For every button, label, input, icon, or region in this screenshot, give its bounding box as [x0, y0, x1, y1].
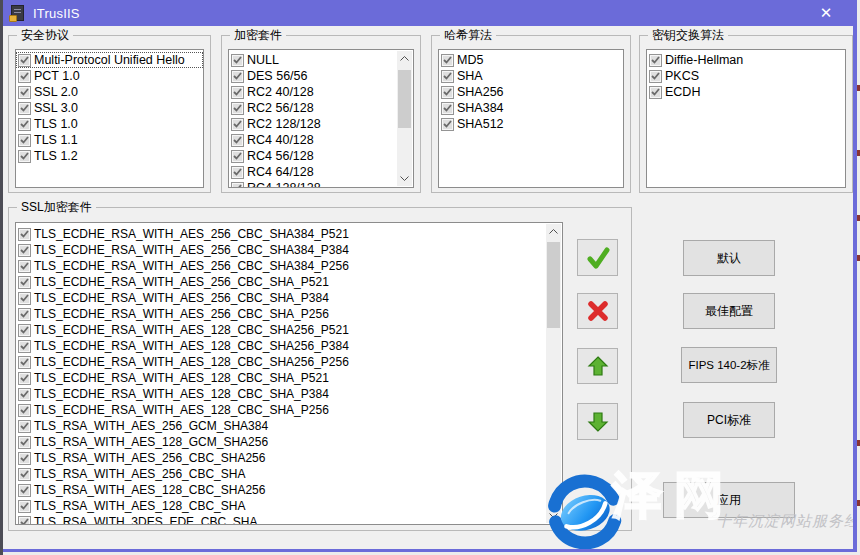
scroll-track[interactable]	[397, 66, 412, 171]
checkbox-checked-icon[interactable]	[231, 118, 244, 131]
list-item[interactable]: TLS_RSA_WITH_AES_256_GCM_SHA384	[16, 418, 562, 434]
list-item[interactable]: RC4 56/128	[229, 148, 413, 164]
checkbox-checked-icon[interactable]	[649, 70, 662, 83]
checkbox-checked-icon[interactable]	[18, 102, 31, 115]
checkbox-checked-icon[interactable]	[441, 102, 454, 115]
scroll-down-icon[interactable]	[546, 508, 561, 523]
checkbox-checked-icon[interactable]	[18, 452, 31, 465]
checkbox-checked-icon[interactable]	[18, 260, 31, 273]
list-item[interactable]: TLS_ECDHE_RSA_WITH_AES_128_CBC_SHA256_P3…	[16, 338, 562, 354]
list-item[interactable]: TLS 1.0	[16, 116, 203, 132]
list-item[interactable]: ECDH	[647, 84, 845, 100]
list-item[interactable]: TLS_RSA_WITH_AES_256_CBC_SHA256	[16, 450, 562, 466]
scroll-thumb[interactable]	[547, 242, 560, 328]
list-item[interactable]: Multi-Protocol Unified Hello	[16, 52, 203, 68]
checkbox-checked-icon[interactable]	[441, 54, 454, 67]
checkbox-checked-icon[interactable]	[231, 134, 244, 147]
list-item[interactable]: TLS_RSA_WITH_AES_128_GCM_SHA256	[16, 434, 562, 450]
list-item[interactable]: TLS_RSA_WITH_3DES_EDE_CBC_SHA	[16, 514, 562, 525]
list-item[interactable]: Diffie-Hellman	[647, 52, 845, 68]
list-item[interactable]: SHA512	[439, 116, 623, 132]
list-item[interactable]: SHA	[439, 68, 623, 84]
checkbox-checked-icon[interactable]	[231, 150, 244, 163]
checkbox-checked-icon[interactable]	[18, 244, 31, 257]
checkbox-checked-icon[interactable]	[18, 292, 31, 305]
list-item[interactable]: TLS_ECDHE_RSA_WITH_AES_256_CBC_SHA384_P5…	[16, 226, 562, 242]
checkbox-checked-icon[interactable]	[231, 182, 244, 189]
checkbox-checked-icon[interactable]	[18, 340, 31, 353]
list-item[interactable]: SSL 2.0	[16, 84, 203, 100]
list-item[interactable]: PKCS	[647, 68, 845, 84]
scroll-thumb[interactable]	[398, 70, 411, 128]
checkbox-checked-icon[interactable]	[18, 308, 31, 321]
scroll-up-icon[interactable]	[397, 51, 412, 66]
list-item[interactable]: DES 56/56	[229, 68, 413, 84]
list-item[interactable]: SHA384	[439, 100, 623, 116]
checkbox-checked-icon[interactable]	[441, 118, 454, 131]
fips-standard-button[interactable]: FIPS 140-2标准	[681, 347, 777, 383]
checkbox-checked-icon[interactable]	[18, 468, 31, 481]
close-button[interactable]: ✕	[809, 0, 843, 26]
best-config-button[interactable]: 最佳配置	[683, 293, 775, 329]
checkbox-checked-icon[interactable]	[231, 54, 244, 67]
list-item[interactable]: TLS_ECDHE_RSA_WITH_AES_128_CBC_SHA_P256	[16, 402, 562, 418]
ssl-scrollbar[interactable]	[546, 224, 561, 523]
move-down-button[interactable]	[577, 403, 618, 440]
checkbox-checked-icon[interactable]	[18, 70, 31, 83]
checkbox-checked-icon[interactable]	[18, 404, 31, 417]
list-item[interactable]: TLS_ECDHE_RSA_WITH_AES_128_CBC_SHA256_P5…	[16, 322, 562, 338]
list-item[interactable]: MD5	[439, 52, 623, 68]
checkbox-checked-icon[interactable]	[18, 420, 31, 433]
list-item[interactable]: TLS_RSA_WITH_AES_128_CBC_SHA256	[16, 482, 562, 498]
checkbox-checked-icon[interactable]	[231, 86, 244, 99]
checkbox-checked-icon[interactable]	[18, 356, 31, 369]
list-item[interactable]: TLS_ECDHE_RSA_WITH_AES_256_CBC_SHA_P256	[16, 306, 562, 322]
checkbox-checked-icon[interactable]	[18, 86, 31, 99]
list-item[interactable]: TLS_ECDHE_RSA_WITH_AES_256_CBC_SHA384_P2…	[16, 258, 562, 274]
list-item[interactable]: NULL	[229, 52, 413, 68]
checkbox-checked-icon[interactable]	[231, 166, 244, 179]
list-item[interactable]: SHA256	[439, 84, 623, 100]
checkbox-checked-icon[interactable]	[18, 500, 31, 513]
confirm-button[interactable]	[577, 239, 618, 276]
list-item[interactable]: SSL 3.0	[16, 100, 203, 116]
list-item[interactable]: RC4 40/128	[229, 132, 413, 148]
list-item[interactable]: TLS_ECDHE_RSA_WITH_AES_256_CBC_SHA_P384	[16, 290, 562, 306]
list-item[interactable]: TLS_ECDHE_RSA_WITH_AES_128_CBC_SHA_P521	[16, 370, 562, 386]
checkbox-checked-icon[interactable]	[441, 70, 454, 83]
checkbox-checked-icon[interactable]	[18, 118, 31, 131]
checkbox-checked-icon[interactable]	[18, 54, 31, 67]
list-item[interactable]: TLS_RSA_WITH_AES_128_CBC_SHA	[16, 498, 562, 514]
scroll-down-icon[interactable]	[397, 171, 412, 186]
checkbox-checked-icon[interactable]	[441, 86, 454, 99]
list-item[interactable]: PCT 1.0	[16, 68, 203, 84]
list-item[interactable]: TLS_ECDHE_RSA_WITH_AES_256_CBC_SHA_P521	[16, 274, 562, 290]
checkbox-checked-icon[interactable]	[18, 134, 31, 147]
move-up-button[interactable]	[577, 348, 618, 384]
default-button[interactable]: 默认	[683, 240, 775, 276]
checkbox-checked-icon[interactable]	[18, 150, 31, 163]
apply-button[interactable]: 应用	[663, 482, 795, 518]
list-item[interactable]: RC4 128/128	[229, 180, 413, 188]
list-item[interactable]: TLS_ECDHE_RSA_WITH_AES_256_CBC_SHA384_P3…	[16, 242, 562, 258]
checkbox-checked-icon[interactable]	[18, 228, 31, 241]
checkbox-checked-icon[interactable]	[231, 102, 244, 115]
checkbox-checked-icon[interactable]	[649, 54, 662, 67]
list-item[interactable]: TLS 1.2	[16, 148, 203, 164]
scroll-up-icon[interactable]	[546, 224, 561, 239]
checkbox-checked-icon[interactable]	[18, 324, 31, 337]
checkbox-checked-icon[interactable]	[18, 372, 31, 385]
list-item[interactable]: RC2 56/128	[229, 100, 413, 116]
checkbox-checked-icon[interactable]	[231, 70, 244, 83]
list-item[interactable]: TLS 1.1	[16, 132, 203, 148]
remove-button[interactable]	[577, 293, 618, 329]
checkbox-checked-icon[interactable]	[18, 276, 31, 289]
scroll-track[interactable]	[546, 239, 561, 508]
list-item[interactable]: TLS_ECDHE_RSA_WITH_AES_128_CBC_SHA256_P2…	[16, 354, 562, 370]
checkbox-checked-icon[interactable]	[18, 484, 31, 497]
checkbox-checked-icon[interactable]	[18, 436, 31, 449]
ciphers-scrollbar[interactable]	[397, 51, 412, 186]
checkbox-checked-icon[interactable]	[18, 516, 31, 526]
checkbox-checked-icon[interactable]	[18, 388, 31, 401]
list-item[interactable]: TLS_RSA_WITH_AES_256_CBC_SHA	[16, 466, 562, 482]
